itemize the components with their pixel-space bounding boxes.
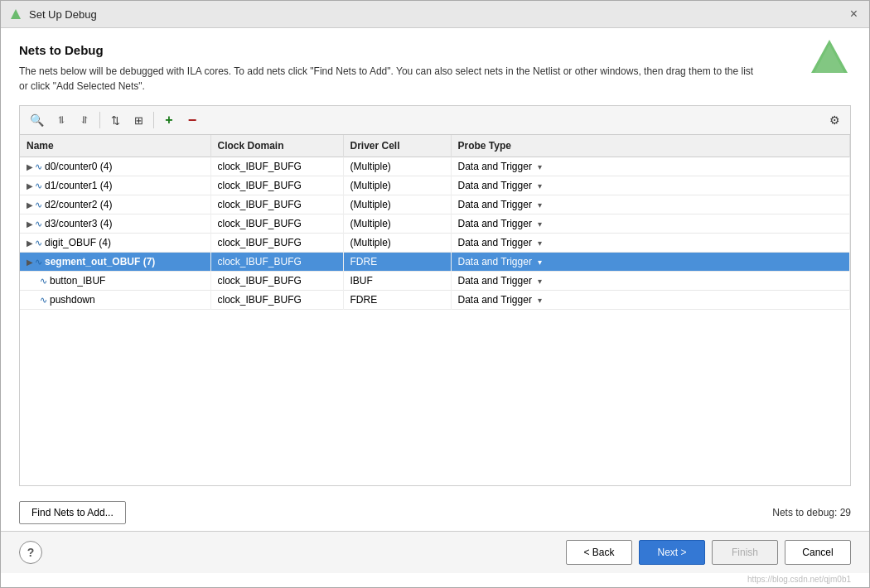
footer-left: ? bbox=[19, 541, 42, 564]
search-button[interactable]: 🔍 bbox=[25, 110, 49, 130]
table-row[interactable]: ∿button_IBUFclock_IBUF_BUFGIBUFData and … bbox=[20, 272, 850, 291]
table-row[interactable]: ▶∿d2/counter2 (4)clock_IBUF_BUFG(Multipl… bbox=[20, 195, 850, 214]
expand-button[interactable]: ▶ bbox=[27, 181, 33, 190]
probe-type-dropdown-icon[interactable]: ▾ bbox=[535, 219, 542, 229]
col-clock-domain: Clock Domain bbox=[210, 135, 343, 157]
title-bar: Set Up Debug × bbox=[1, 1, 869, 28]
net-icon: ∿ bbox=[35, 238, 42, 248]
table-row[interactable]: ▶∿segment_out_OBUF (7)clock_IBUF_BUFGFDR… bbox=[20, 253, 850, 272]
next-button[interactable]: Next > bbox=[639, 540, 705, 565]
dialog-window: Set Up Debug × Nets to Debug The nets be… bbox=[0, 0, 870, 588]
cell-clock-domain: clock_IBUF_BUFG bbox=[210, 157, 343, 176]
svg-marker-0 bbox=[11, 9, 21, 19]
footer-right: < Back Next > Finish Cancel bbox=[566, 540, 851, 565]
settings-button[interactable]: ⚙ bbox=[824, 110, 845, 130]
probe-type-dropdown-icon[interactable]: ▾ bbox=[535, 200, 542, 210]
cell-probe-type: Data and Trigger ▾ bbox=[451, 291, 850, 310]
toolbar-separator-1 bbox=[99, 112, 100, 128]
window-title: Set Up Debug bbox=[29, 8, 97, 21]
cell-driver-cell: (Multiple) bbox=[343, 214, 451, 234]
cell-clock-domain: clock_IBUF_BUFG bbox=[210, 272, 343, 291]
cell-probe-type: Data and Trigger ▾ bbox=[451, 253, 850, 272]
cell-name: ∿button_IBUF bbox=[20, 272, 210, 291]
probe-type-dropdown-icon[interactable]: ▾ bbox=[535, 277, 542, 286]
grid-button[interactable]: ⊞ bbox=[128, 111, 149, 130]
cell-clock-domain: clock_IBUF_BUFG bbox=[210, 253, 343, 272]
expand-button[interactable]: ▶ bbox=[27, 239, 33, 248]
remove-button[interactable]: − bbox=[181, 110, 203, 130]
table-row[interactable]: ▶∿digit_OBUF (4)clock_IBUF_BUFG(Multiple… bbox=[20, 234, 850, 253]
cell-driver-cell: (Multiple) bbox=[343, 195, 451, 214]
net-icon: ∿ bbox=[35, 161, 42, 172]
cell-driver-cell: FDRE bbox=[343, 291, 451, 310]
cell-driver-cell: (Multiple) bbox=[343, 157, 451, 176]
cell-name-text: d3/counter3 (4) bbox=[45, 218, 112, 229]
cell-driver-cell: FDRE bbox=[343, 253, 451, 272]
probe-type-dropdown-icon[interactable]: ▾ bbox=[535, 258, 542, 267]
net-icon: ∿ bbox=[40, 295, 47, 306]
app-icon bbox=[9, 7, 22, 21]
cell-name: ▶∿d1/counter1 (4) bbox=[20, 176, 210, 195]
find-nets-button[interactable]: Find Nets to Add... bbox=[19, 501, 126, 524]
cell-probe-type: Data and Trigger ▾ bbox=[451, 234, 850, 253]
col-probe-type: Probe Type bbox=[451, 135, 850, 157]
table-row[interactable]: ▶∿d1/counter1 (4)clock_IBUF_BUFG(Multipl… bbox=[20, 176, 850, 195]
net-icon: ∿ bbox=[40, 276, 47, 287]
nets-table: Name Clock Domain Driver Cell Probe Type… bbox=[20, 135, 850, 310]
sort-button[interactable]: ⇅ bbox=[104, 111, 126, 130]
cell-name: ▶∿digit_OBUF (4) bbox=[20, 234, 210, 253]
cell-name-text: d0/counter0 (4) bbox=[45, 161, 112, 172]
expand-button[interactable]: ▶ bbox=[27, 200, 33, 210]
nets-table-container: Name Clock Domain Driver Cell Probe Type… bbox=[19, 134, 851, 486]
table-row[interactable]: ▶∿d3/counter3 (4)clock_IBUF_BUFG(Multipl… bbox=[20, 214, 850, 234]
cell-name: ∿pushdown bbox=[20, 291, 210, 310]
probe-type-dropdown-icon[interactable]: ▾ bbox=[535, 239, 542, 248]
close-button[interactable]: × bbox=[847, 6, 861, 22]
table-row[interactable]: ▶∿d0/counter0 (4)clock_IBUF_BUFG(Multipl… bbox=[20, 157, 850, 176]
expand-button[interactable]: ▶ bbox=[27, 162, 33, 171]
cell-driver-cell: (Multiple) bbox=[343, 176, 451, 195]
table-body: ▶∿d0/counter0 (4)clock_IBUF_BUFG(Multipl… bbox=[20, 157, 850, 310]
cell-name: ▶∿segment_out_OBUF (7) bbox=[20, 253, 210, 272]
page-description: The nets below will be debugged with ILA… bbox=[19, 64, 765, 94]
probe-type-dropdown-icon[interactable]: ▾ bbox=[535, 296, 542, 305]
cell-name: ▶∿d0/counter0 (4) bbox=[20, 157, 210, 176]
table-header-row: Name Clock Domain Driver Cell Probe Type bbox=[20, 135, 850, 157]
expand-all-button[interactable]: ⥯ bbox=[74, 111, 95, 129]
finish-button[interactable]: Finish bbox=[712, 540, 778, 565]
cell-clock-domain: clock_IBUF_BUFG bbox=[210, 214, 343, 234]
back-button[interactable]: < Back bbox=[566, 540, 632, 565]
page-title: Nets to Debug bbox=[19, 43, 851, 57]
toolbar: 🔍 ⥮ ⥯ ⇅ ⊞ + − ⚙ bbox=[19, 105, 851, 134]
expand-button[interactable]: ▶ bbox=[27, 258, 33, 267]
toolbar-separator-2 bbox=[153, 112, 154, 128]
cancel-button[interactable]: Cancel bbox=[785, 540, 851, 565]
add-button[interactable]: + bbox=[158, 109, 180, 131]
expand-button[interactable]: ▶ bbox=[27, 219, 33, 229]
cell-clock-domain: clock_IBUF_BUFG bbox=[210, 234, 343, 253]
watermark: https://blog.csdn.net/qjm0b1 bbox=[1, 573, 869, 587]
table-row[interactable]: ∿pushdownclock_IBUF_BUFGFDREData and Tri… bbox=[20, 291, 850, 310]
col-name: Name bbox=[20, 135, 210, 157]
cell-driver-cell: (Multiple) bbox=[343, 234, 451, 253]
probe-type-dropdown-icon[interactable]: ▾ bbox=[535, 162, 542, 171]
col-driver-cell: Driver Cell bbox=[343, 135, 451, 157]
cell-name-text: d2/counter2 (4) bbox=[45, 199, 112, 210]
cell-clock-domain: clock_IBUF_BUFG bbox=[210, 291, 343, 310]
probe-type-dropdown-icon[interactable]: ▾ bbox=[535, 181, 542, 190]
title-bar-left: Set Up Debug bbox=[9, 7, 97, 21]
logo-area bbox=[808, 36, 851, 82]
cell-probe-type: Data and Trigger ▾ bbox=[451, 157, 850, 176]
cell-name-text: d1/counter1 (4) bbox=[45, 180, 112, 191]
cell-name-text: button_IBUF bbox=[50, 275, 105, 287]
net-icon: ∿ bbox=[35, 257, 42, 267]
collapse-all-button[interactable]: ⥮ bbox=[51, 111, 72, 129]
cell-driver-cell: IBUF bbox=[343, 272, 451, 291]
net-icon: ∿ bbox=[35, 181, 42, 191]
content-area: Nets to Debug The nets below will be deb… bbox=[1, 28, 869, 494]
vivado-logo bbox=[808, 36, 851, 80]
cell-name: ▶∿d2/counter2 (4) bbox=[20, 195, 210, 214]
net-icon: ∿ bbox=[35, 200, 42, 210]
cell-name-text: pushdown bbox=[50, 294, 95, 306]
help-button[interactable]: ? bbox=[19, 541, 42, 564]
